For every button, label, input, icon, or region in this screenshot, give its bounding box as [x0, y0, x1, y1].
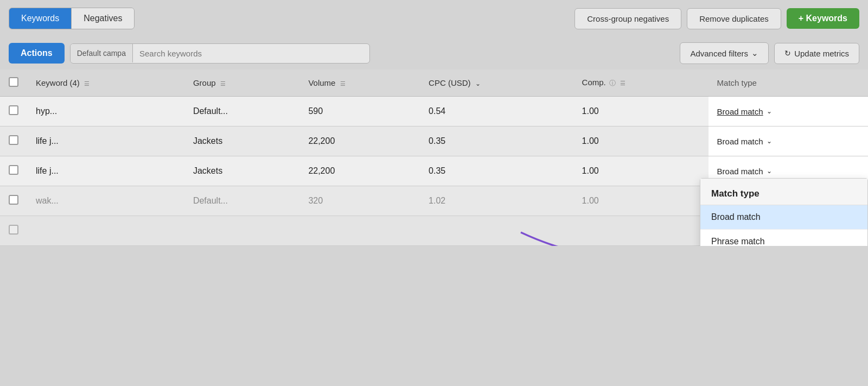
toolbar: Actions Default campa Advanced filters ⌄…	[0, 37, 868, 69]
search-prefix: Default campa	[71, 44, 133, 62]
row-comp: 1.00	[573, 156, 709, 186]
row-group: Jackets	[184, 126, 299, 156]
cpc-sort-chevron[interactable]: ⌄	[475, 80, 481, 87]
dropdown-options: Broad matchPhrase matchExact matchModifi…	[700, 205, 867, 246]
actions-button[interactable]: Actions	[9, 43, 65, 64]
tab-keywords[interactable]: Keywords	[9, 8, 72, 29]
chevron-down-icon: ⌄	[751, 48, 758, 58]
row-volume	[299, 216, 420, 246]
row-keyword: life j...	[27, 156, 184, 186]
advanced-filters-label: Advanced filters	[690, 49, 748, 58]
match-type-chevron-icon[interactable]: ⌄	[767, 107, 772, 115]
row-checkbox-cell	[0, 156, 27, 186]
match-chevron-icon[interactable]: ⌄	[767, 137, 772, 145]
row-cpc	[420, 216, 573, 246]
row-comp: 1.00	[573, 186, 709, 216]
volume-sort-icon[interactable]: ☰	[340, 80, 346, 87]
row-checkbox[interactable]	[9, 195, 18, 205]
keyword-sort-icon[interactable]: ☰	[84, 80, 90, 87]
row-keyword: hyp...	[27, 97, 184, 126]
row-keyword: wak...	[27, 186, 184, 216]
th-group: Group ☰	[184, 69, 299, 97]
dropdown-header: Match type	[700, 179, 867, 205]
row-checkbox[interactable]	[9, 225, 18, 235]
row-cpc: 0.35	[420, 156, 573, 186]
match-type-cell-value: Broad match ⌄	[717, 137, 859, 146]
row-checkbox[interactable]	[9, 135, 18, 145]
select-all-checkbox[interactable]	[9, 77, 18, 87]
search-container: Default campa	[70, 43, 370, 64]
group-sort-icon[interactable]: ☰	[220, 80, 226, 87]
dropdown-option-broad-match[interactable]: Broad match	[700, 205, 867, 230]
row-volume: 320	[299, 186, 420, 216]
row-group: Default...	[184, 97, 299, 126]
row-group: Jackets	[184, 156, 299, 186]
th-volume: Volume ☰	[299, 69, 420, 97]
broad-match-link[interactable]: Broad match	[717, 107, 763, 116]
th-keyword: Keyword (4) ☰	[27, 69, 184, 97]
row-volume: 22,200	[299, 156, 420, 186]
row-cpc: 0.54	[420, 97, 573, 126]
dropdown-option-phrase-match[interactable]: Phrase match	[700, 230, 867, 246]
advanced-filters-button[interactable]: Advanced filters ⌄	[680, 42, 769, 64]
row-cpc: 1.02	[420, 186, 573, 216]
row-volume: 590	[299, 97, 420, 126]
row-volume: 22,200	[299, 126, 420, 156]
row-group	[184, 216, 299, 246]
row-match-type: Broad match⌄	[709, 97, 868, 126]
table-container: Keyword (4) ☰ Group ☰ Volume ☰ CPC (USD)…	[0, 69, 868, 246]
th-cpc: CPC (USD) ⌄	[420, 69, 573, 97]
match-chevron-icon[interactable]: ⌄	[767, 167, 772, 175]
row-checkbox-cell	[0, 126, 27, 156]
search-input[interactable]	[133, 44, 369, 63]
update-metrics-label: Update metrics	[794, 49, 849, 58]
comp-info-icon[interactable]: ⓘ	[609, 79, 616, 88]
match-type-cell-value: Broad match ⌄	[717, 167, 859, 176]
tab-group: Keywords Negatives	[9, 8, 135, 29]
table-row: hyp... Default... 590 0.54 1.00 Broad ma…	[0, 97, 868, 126]
cross-group-negatives-button[interactable]: Cross-group negatives	[575, 8, 681, 29]
select-all-checkbox-cell	[0, 69, 27, 97]
row-comp	[573, 216, 709, 246]
row-checkbox-cell	[0, 216, 27, 246]
row-keyword	[27, 216, 184, 246]
refresh-icon: ↻	[784, 49, 791, 58]
table-header-row: Keyword (4) ☰ Group ☰ Volume ☰ CPC (USD)…	[0, 69, 868, 97]
row-checkbox[interactable]	[9, 165, 18, 175]
match-type-dropdown: Match type Broad matchPhrase matchExact …	[700, 178, 868, 246]
row-keyword: life j...	[27, 126, 184, 156]
add-keywords-button[interactable]: + Keywords	[787, 8, 859, 29]
th-comp: Comp. ⓘ ☰	[573, 69, 709, 97]
table-row: life j... Jackets 22,200 0.35 1.00 Broad…	[0, 126, 868, 156]
row-checkbox-cell	[0, 186, 27, 216]
row-group: Default...	[184, 186, 299, 216]
comp-sort-icon[interactable]: ☰	[620, 80, 626, 87]
row-checkbox[interactable]	[9, 105, 18, 115]
row-match-type: Broad match ⌄	[709, 126, 868, 156]
row-comp: 1.00	[573, 97, 709, 126]
row-cpc: 0.35	[420, 126, 573, 156]
top-bar: Keywords Negatives Cross-group negatives…	[0, 0, 868, 37]
update-metrics-button[interactable]: ↻ Update metrics	[774, 43, 859, 64]
row-checkbox-cell	[0, 97, 27, 126]
tab-negatives[interactable]: Negatives	[72, 8, 134, 29]
th-match-type: Match type	[709, 69, 868, 97]
remove-duplicates-button[interactable]: Remove duplicates	[687, 8, 781, 29]
row-comp: 1.00	[573, 126, 709, 156]
